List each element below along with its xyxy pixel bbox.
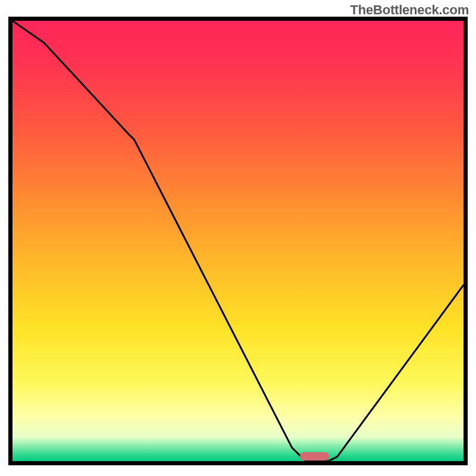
chart-container: TheBottleneck.com bbox=[0, 0, 476, 476]
bottleneck-curve bbox=[12, 21, 464, 461]
optimal-range-marker bbox=[300, 452, 329, 460]
watermark-text: TheBottleneck.com bbox=[350, 2, 469, 18]
chart-frame bbox=[8, 17, 468, 465]
